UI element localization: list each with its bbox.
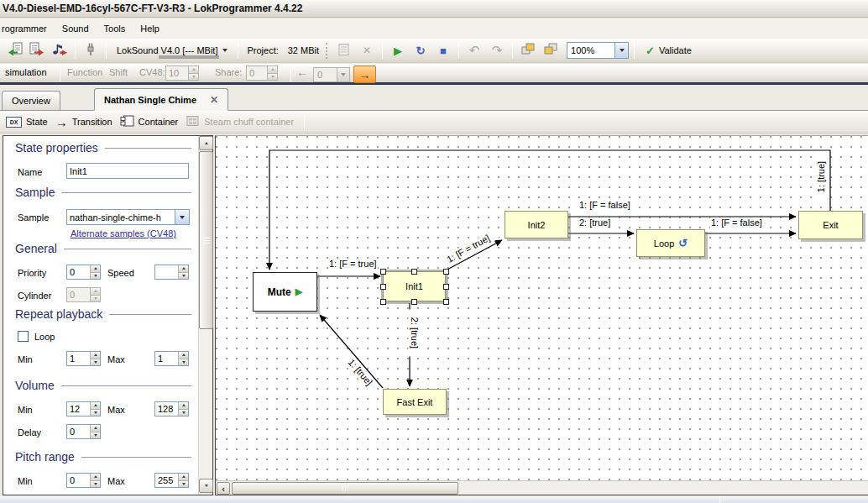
container-button-label: Container — [139, 117, 179, 127]
simulation-stop-button[interactable]: ■ — [433, 41, 453, 60]
spinner-up-icon[interactable] — [179, 352, 188, 359]
tab-overview[interactable]: Overview — [2, 91, 60, 110]
zoom-select[interactable]: 100% — [567, 42, 629, 59]
sample-label: Sample — [18, 212, 49, 223]
send-back-button[interactable] — [541, 41, 561, 60]
menu-programmer[interactable]: rogrammer — [0, 20, 55, 37]
spinner-down-icon[interactable] — [91, 480, 100, 488]
speed-label: Speed — [107, 268, 134, 278]
state-icon: DX — [6, 117, 22, 128]
bring-front-button[interactable] — [518, 41, 538, 60]
selection-handle[interactable] — [443, 299, 449, 305]
sample-select[interactable]: nathan-single-chime-h — [66, 209, 190, 225]
chevron-down-icon — [175, 210, 189, 224]
transition-label[interactable]: 1: [F = true] — [328, 259, 378, 270]
menu-tools[interactable]: Tools — [97, 20, 133, 37]
spinner-down-icon[interactable] — [91, 409, 100, 417]
spinner-up-icon[interactable] — [91, 402, 100, 409]
canvas-hscrollbar[interactable]: ‹ — [216, 480, 868, 495]
add-transition-button[interactable]: → Transition — [55, 117, 112, 127]
stop-icon: ■ — [440, 45, 447, 57]
spinner-down-icon[interactable] — [179, 480, 188, 488]
diagram-canvas[interactable]: 1: [F = true] 1: [F = true] 1: [F = fals… — [216, 136, 868, 482]
transition-label[interactable]: 1: [F = false] — [710, 217, 763, 228]
state-exit[interactable]: Exit — [798, 211, 863, 239]
validate-button[interactable]: ✓ Validate — [640, 41, 698, 60]
programmer-connection-button[interactable] — [81, 41, 101, 60]
spinner-up-icon[interactable] — [179, 474, 188, 480]
spinner-up-icon[interactable] — [179, 265, 188, 272]
state-init1[interactable]: Init1 — [383, 271, 446, 301]
selection-handle[interactable] — [443, 284, 449, 290]
zoom-dropdown-button[interactable] — [614, 43, 628, 58]
transition-label[interactable]: 2: [true] — [409, 310, 420, 357]
selection-handle[interactable] — [380, 284, 386, 290]
scrollbar-thumb[interactable] — [199, 151, 213, 329]
transition-label[interactable]: 1: [F = false] — [578, 200, 631, 211]
delay-stepper[interactable]: 0 — [66, 424, 101, 439]
repeat-max-stepper[interactable]: 1 — [154, 351, 189, 366]
transition-exit-to-mute[interactable] — [269, 150, 830, 270]
write-project-button[interactable] — [27, 41, 47, 60]
volume-max-stepper[interactable]: 128 — [154, 401, 189, 417]
spinner-up-icon[interactable] — [179, 402, 188, 409]
read-project-icon — [7, 42, 23, 59]
spinner-down-icon[interactable] — [91, 359, 100, 366]
device-select[interactable]: LokSound V4.0 [--- MBit] — [112, 41, 233, 60]
transition-label[interactable]: 1: [true] — [816, 154, 827, 201]
simulation-loop-button[interactable]: ↻ — [410, 41, 431, 60]
spinner-down-icon[interactable] — [91, 432, 100, 439]
selection-handle[interactable] — [380, 269, 386, 275]
volume-min-stepper[interactable]: 12 — [66, 401, 101, 417]
pitch-min-stepper[interactable]: 0 — [66, 473, 101, 488]
state-fast-exit[interactable]: Fast Exit — [383, 389, 447, 415]
pitch-max-stepper[interactable]: 255 — [154, 473, 189, 488]
name-field[interactable] — [66, 163, 189, 179]
spinner-down-icon[interactable] — [179, 272, 188, 280]
scroll-left-button[interactable]: ‹ — [217, 482, 230, 495]
selection-handle[interactable] — [411, 269, 417, 275]
nav-forward-button[interactable]: → — [353, 65, 376, 83]
simulation-play-button[interactable]: ▶ — [388, 41, 408, 60]
hscrollbar-thumb[interactable] — [232, 482, 458, 495]
scroll-down-button[interactable] — [199, 479, 213, 493]
state-init2[interactable]: Init2 — [505, 211, 568, 238]
loop-checkbox[interactable] — [18, 331, 29, 342]
tab-nathan-single-chime[interactable]: Nathan Single Chime ✕ — [94, 88, 228, 111]
menu-sound[interactable]: Sound — [55, 20, 97, 37]
cv48-stepper: 10 — [165, 65, 199, 81]
speed-stepper[interactable] — [154, 265, 189, 280]
redo-button: ↷ — [487, 41, 507, 60]
repeat-min-stepper[interactable]: 1 — [66, 351, 101, 366]
scroll-up-button[interactable] — [199, 136, 213, 150]
section-header-sample: Sample — [15, 186, 191, 199]
spinner-down-icon[interactable] — [179, 409, 188, 417]
tab-close-button[interactable]: ✕ — [210, 94, 218, 106]
spinner-up-icon[interactable] — [91, 352, 100, 359]
state-loop-label: Loop — [654, 238, 674, 249]
selection-handle[interactable] — [380, 299, 386, 305]
selection-handle[interactable] — [411, 299, 417, 305]
shift-label: Shift — [109, 67, 128, 77]
priority-stepper[interactable]: 0 — [66, 265, 101, 280]
alternate-samples-link[interactable]: Alternate samples (CV48) — [71, 228, 176, 238]
share-value: 0 — [247, 66, 267, 80]
transition-label[interactable]: 2: [true] — [578, 217, 611, 228]
transition-fastexit-to-mute[interactable] — [320, 315, 383, 388]
undo-icon: ↶ — [469, 43, 480, 58]
add-container-button[interactable]: Container — [120, 115, 179, 128]
read-project-button[interactable] — [4, 41, 24, 60]
selection-handle[interactable] — [443, 269, 449, 275]
menu-help[interactable]: Help — [133, 20, 167, 37]
write-sound-button[interactable] — [50, 41, 70, 60]
panel-scrollbar[interactable] — [198, 136, 212, 495]
state-loop[interactable]: Loop ↺ — [636, 229, 705, 257]
spinner-up-icon[interactable] — [91, 265, 100, 272]
spinner-up-icon[interactable] — [91, 425, 100, 432]
spinner-down-icon[interactable] — [91, 272, 100, 280]
add-state-button[interactable]: DX State — [6, 117, 48, 128]
spinner-down-icon[interactable] — [179, 359, 188, 366]
state-mute[interactable]: Mute ▶ — [253, 272, 317, 312]
cylinder-value: 0 — [67, 288, 90, 301]
spinner-up-icon[interactable] — [91, 474, 100, 480]
